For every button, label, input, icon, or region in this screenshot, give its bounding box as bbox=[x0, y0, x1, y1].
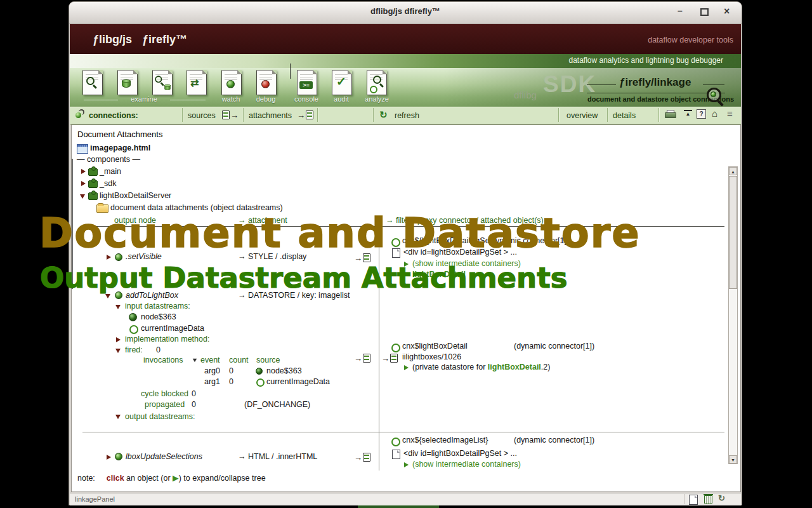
caption-rule bbox=[587, 93, 725, 93]
connector-type: (dynamic connector[1]) bbox=[514, 342, 594, 351]
connector-type: (dynamic connector[1]) bbox=[514, 436, 594, 444]
console-prompt-icon: >≡ bbox=[299, 81, 313, 89]
document-file-name[interactable]: imagepage.html bbox=[90, 144, 150, 152]
expand-toggle-icon[interactable] bbox=[107, 455, 111, 460]
connector-name[interactable]: cnx$lightBoxDetail bbox=[402, 342, 468, 351]
private-name[interactable]: lightBoxDetail bbox=[488, 363, 541, 371]
attached-div[interactable]: <div id=lightBoxDetailPgSet > ... bbox=[403, 449, 517, 458]
collapse-toggle-icon[interactable] bbox=[115, 305, 121, 309]
sort-icon[interactable] bbox=[193, 359, 197, 363]
input-datastreams-label[interactable]: input datastreams: bbox=[125, 302, 190, 311]
menu-sources[interactable]: sources bbox=[188, 111, 216, 120]
menubar-separator bbox=[243, 108, 244, 122]
watch-label: watch bbox=[218, 95, 244, 103]
invocations-label[interactable]: invocations bbox=[143, 356, 183, 364]
node-ring-icon bbox=[370, 86, 377, 93]
connector-ring-icon bbox=[391, 438, 400, 446]
overlay-title-line1: Document and Datastore bbox=[39, 210, 641, 257]
magnifier-icon bbox=[86, 77, 97, 88]
collapse-toggle-icon[interactable] bbox=[105, 294, 110, 298]
show-containers-link[interactable]: (show intermediate containers) bbox=[412, 460, 521, 469]
collapse-all-icon[interactable]: ▲ bbox=[684, 110, 692, 117]
datastream-node363[interactable]: node$363 bbox=[141, 312, 176, 321]
collapse-toggle-icon[interactable] bbox=[115, 415, 121, 419]
vertical-scrollbar[interactable]: ▲ ▼ bbox=[728, 166, 738, 464]
menu-refresh[interactable]: refresh bbox=[395, 111, 419, 120]
brand-tagline: dataflow developer tools bbox=[508, 36, 733, 44]
menu-connections[interactable]: connections: bbox=[89, 111, 138, 120]
fired-label[interactable]: fired: bbox=[125, 345, 143, 354]
datastore-name[interactable]: iilightboxes/1026 bbox=[402, 352, 461, 361]
note-line: note:click an object (or ▶) to expand/co… bbox=[77, 474, 266, 483]
implementation-method-label[interactable]: implementation method: bbox=[125, 335, 209, 344]
expand-toggle-icon[interactable] bbox=[116, 337, 121, 342]
arg0-label: arg0 bbox=[204, 366, 220, 375]
sources-icon: → bbox=[222, 110, 239, 119]
menu-attachments[interactable]: attachments bbox=[249, 111, 292, 120]
node-orb-icon bbox=[115, 453, 122, 460]
collapse-toggle-icon[interactable] bbox=[115, 349, 121, 353]
refresh-icon[interactable]: ↻ bbox=[379, 109, 388, 120]
note-triangle-icon: ▶ bbox=[173, 474, 179, 483]
sync-arrows-icon: ⇄ bbox=[190, 77, 199, 89]
datastream-currentImageData[interactable]: currentImageData bbox=[141, 324, 204, 333]
expand-toggle-icon[interactable] bbox=[404, 365, 409, 370]
tree-node-main[interactable]: _main bbox=[100, 167, 121, 176]
tree-node-server[interactable]: lightBoxDetailServer bbox=[100, 191, 171, 200]
new-document-icon[interactable] bbox=[689, 495, 698, 505]
overlay-title-line2: Output Datastream Attachments bbox=[40, 261, 567, 295]
help-icon[interactable]: ? bbox=[697, 109, 706, 119]
brand-logo-libg: ƒlibg/js bbox=[93, 33, 132, 46]
expand-toggle-icon[interactable] bbox=[81, 169, 86, 174]
arg1-source[interactable]: currentImageData bbox=[266, 377, 330, 386]
component-puzzle-icon bbox=[88, 192, 98, 200]
taskbar-fragment bbox=[358, 505, 439, 508]
output-node-lboxUpdateSelections[interactable]: lboxUpdateSelections bbox=[126, 452, 202, 461]
menubar-separator bbox=[373, 108, 374, 122]
green-orb-icon bbox=[226, 80, 235, 88]
examine-label-line bbox=[170, 100, 206, 100]
expand-toggle-icon[interactable] bbox=[404, 462, 409, 467]
note-mid: an object (or bbox=[124, 474, 173, 483]
arg0-source[interactable]: node$363 bbox=[266, 366, 302, 375]
cycle-blocked-count: 0 bbox=[192, 389, 196, 398]
attachment-icon: → bbox=[354, 354, 370, 363]
magnifier-icon bbox=[373, 76, 384, 86]
refresh-icon[interactable]: ↻ bbox=[718, 494, 725, 504]
minimize-button[interactable]: – bbox=[678, 6, 683, 16]
trash-icon[interactable] bbox=[704, 495, 712, 504]
firefly-icon bbox=[75, 109, 84, 119]
close-button[interactable]: × bbox=[724, 6, 730, 17]
collapse-toggle-icon[interactable] bbox=[80, 194, 85, 199]
cycle-blocked-label: cycle blocked bbox=[141, 389, 188, 398]
status-panel-name: linkagePanel bbox=[75, 495, 115, 504]
maximize-button[interactable] bbox=[700, 8, 709, 16]
attachment-lboxUpdateSelections: → HTML / .innerHTML bbox=[238, 452, 317, 461]
section-rule bbox=[82, 432, 724, 432]
print-icon[interactable] bbox=[665, 110, 676, 118]
tree-node-sdk[interactable]: _sdk bbox=[100, 179, 116, 188]
scroll-up-button[interactable]: ▲ bbox=[729, 167, 737, 175]
datastore-icon bbox=[122, 79, 131, 88]
product-rule-right bbox=[703, 84, 724, 85]
private-datastore-line: (private datastore for lightBoxDetail.2) bbox=[412, 363, 550, 371]
node-orb-icon bbox=[256, 368, 263, 375]
checkmark-icon: ✓ bbox=[336, 75, 346, 89]
menubar-separator bbox=[607, 108, 608, 122]
audit-label: audit bbox=[329, 95, 354, 103]
count-column-label: count bbox=[229, 356, 249, 364]
menu-overview[interactable]: overview bbox=[566, 111, 598, 120]
subtitle-text: dataflow analytics and lightning bug deb… bbox=[381, 57, 723, 65]
home-icon[interactable]: ⌂ bbox=[712, 108, 717, 119]
scroll-down-button[interactable]: ▼ bbox=[729, 455, 737, 464]
attachment-icon: → bbox=[381, 354, 398, 363]
output-datastreams-label[interactable]: output datastreams: bbox=[125, 412, 195, 421]
menu-details[interactable]: details bbox=[613, 111, 636, 120]
expand-toggle-icon[interactable] bbox=[81, 181, 86, 186]
connector-ring-icon bbox=[256, 378, 265, 387]
magnifier-icon bbox=[155, 76, 164, 84]
connector-name[interactable]: cnx${selectedImageList} bbox=[402, 436, 488, 444]
propagated-count: 0 bbox=[192, 400, 196, 409]
scrollbar-thumb[interactable] bbox=[729, 176, 737, 289]
hamburger-menu-icon[interactable]: ≡ bbox=[727, 108, 733, 119]
